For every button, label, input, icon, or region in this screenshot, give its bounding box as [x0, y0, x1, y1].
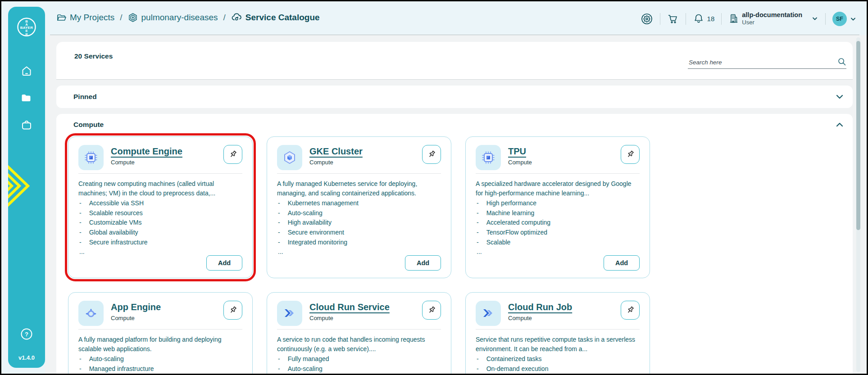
- divider: [686, 13, 686, 25]
- pin-button[interactable]: [223, 301, 242, 320]
- chevron-down-icon: [811, 15, 818, 22]
- service-bullet: -Auto-scaling: [78, 354, 242, 364]
- pinned-section: Pinned: [56, 86, 853, 108]
- card-header: App Engine Compute: [78, 301, 242, 326]
- service-bullet: -Fully managed: [277, 354, 441, 364]
- bayer-logo[interactable]: BAYER B A E R: [16, 17, 37, 37]
- service-title-link[interactable]: TPU: [508, 146, 526, 157]
- service-bullet: -High performance: [476, 199, 640, 208]
- svg-text:A: A: [25, 23, 28, 27]
- notification-count-badge: 18: [707, 15, 715, 22]
- service-title-link[interactable]: App Engine: [111, 302, 161, 312]
- breadcrumb-separator: /: [222, 13, 227, 23]
- divider: [277, 173, 441, 174]
- divider: [660, 13, 660, 25]
- header-divider: [50, 35, 859, 35]
- breadcrumb-separator: /: [118, 13, 123, 23]
- service-bullet: -TensorFlow optimized: [476, 228, 640, 238]
- scrollbar-track[interactable]: [856, 37, 860, 372]
- sidebar: BAYER B A E R: [8, 7, 45, 368]
- pinned-section-header[interactable]: Pinned: [56, 86, 853, 108]
- search-input[interactable]: [688, 59, 837, 66]
- divider: [78, 173, 242, 174]
- chevron-down-icon: [835, 92, 845, 102]
- service-title-link[interactable]: Compute Engine: [111, 146, 182, 157]
- service-bullet: -Containerized tasks: [476, 354, 640, 364]
- svg-text:?: ?: [25, 331, 28, 338]
- pin-button[interactable]: [422, 301, 441, 320]
- service-bullet: -Global availability: [78, 228, 242, 238]
- card-header: Cloud Run Job Compute: [476, 301, 640, 326]
- home-icon: [20, 64, 33, 78]
- sidebar-marketplace-button[interactable]: [20, 118, 33, 132]
- chevron-down-icon: [850, 15, 857, 23]
- services-count: 20 Services: [74, 52, 113, 60]
- project-hexagon-icon: [128, 13, 138, 23]
- question-mark-icon: ?: [20, 327, 33, 341]
- pinned-section-title: Pinned: [73, 93, 97, 101]
- service-description: A fully managed Kubernetes service for d…: [277, 179, 441, 198]
- notifications-button[interactable]: 18: [693, 13, 715, 25]
- folder-open-icon: [56, 13, 66, 23]
- service-title-link[interactable]: Cloud Run Service: [309, 302, 390, 312]
- service-category: Compute: [508, 159, 532, 166]
- version-label: v1.4.0: [8, 354, 45, 361]
- bell-icon: [693, 13, 704, 25]
- pin-button[interactable]: [223, 145, 242, 164]
- service-card-compute-engine: Compute Engine Compute Creating new comp…: [68, 136, 253, 278]
- pin-button[interactable]: [621, 145, 640, 164]
- divider: [825, 13, 826, 25]
- service-bullets: -Fully managed-Auto-scaling: [277, 354, 441, 374]
- service-bullet: -Accelerated computing: [476, 218, 640, 228]
- add-button[interactable]: Add: [604, 255, 640, 271]
- sidebar-projects-button[interactable]: [20, 91, 33, 105]
- breadcrumb-project[interactable]: pulmonary-diseases: [128, 13, 218, 23]
- divider: [476, 173, 640, 174]
- service-bullet: -Accessible via SSH: [78, 199, 242, 208]
- pin-button[interactable]: [422, 145, 441, 164]
- service-bullet: -Secure environment: [277, 228, 441, 238]
- service-bullets: -Containerized tasks-On-demand execution: [476, 354, 640, 374]
- service-description: A service to run code that handles incom…: [277, 335, 441, 354]
- service-title-link[interactable]: GKE Cluster: [309, 146, 363, 157]
- service-bullet: -Integrated monitoring: [277, 238, 441, 248]
- service-category: Compute: [508, 315, 572, 321]
- scrollbar-thumb[interactable]: [856, 41, 860, 230]
- sidebar-home-button[interactable]: [20, 64, 33, 78]
- service-bullet: -Machine learning: [476, 208, 640, 218]
- service-bullets: -Kubernetes management-Auto-scaling-High…: [277, 199, 441, 247]
- pushpin-icon: [426, 305, 437, 316]
- settings-gear-icon: [641, 13, 653, 25]
- org-selector[interactable]: allp-documentation User: [728, 11, 818, 26]
- services-header-panel: 20 Services: [56, 42, 853, 80]
- service-title-link[interactable]: Cloud Run Job: [508, 302, 572, 312]
- add-button[interactable]: Add: [206, 255, 242, 271]
- divider: [78, 329, 242, 330]
- pushpin-icon: [227, 149, 238, 160]
- service-bullets: -High performance-Machine learning-Accel…: [476, 199, 640, 247]
- breadcrumb-service-catalogue[interactable]: Service Catalogue: [231, 12, 320, 23]
- cart-button[interactable]: [667, 13, 679, 25]
- service-bullet: -Auto-scaling: [277, 364, 441, 374]
- card-header: Cloud Run Service Compute: [277, 301, 441, 326]
- yellow-chevrons-decoration: [8, 159, 36, 213]
- chevron-up-icon: [835, 120, 845, 130]
- pin-button[interactable]: [621, 301, 640, 320]
- shopping-bag-icon: [20, 118, 33, 132]
- service-cards-grid: Compute Engine Compute Creating new comp…: [68, 136, 853, 375]
- help-button[interactable]: ?: [20, 327, 33, 341]
- service-card-app-engine: App Engine Compute A fully managed platf…: [68, 292, 253, 375]
- breadcrumb: My Projects / pulmonary-diseases / Servi…: [56, 12, 320, 23]
- search-icon[interactable]: [837, 57, 846, 66]
- settings-gear-button[interactable]: [641, 13, 653, 25]
- compute-section: Compute Compute Engine Compute: [56, 114, 853, 375]
- service-bullet: -Secure infrastructure: [78, 238, 242, 248]
- compute-section-header[interactable]: Compute: [56, 114, 853, 136]
- breadcrumb-my-projects[interactable]: My Projects: [56, 13, 114, 23]
- service-card-gke-cluster: GKE Cluster Compute A fully managed Kube…: [267, 136, 451, 278]
- user-menu[interactable]: SF: [832, 12, 857, 26]
- add-button[interactable]: Add: [405, 255, 441, 271]
- service-description: Creating new computing machines (called …: [78, 179, 242, 198]
- service-bullet: -Scalable: [476, 238, 640, 248]
- chip-icon: [476, 145, 501, 170]
